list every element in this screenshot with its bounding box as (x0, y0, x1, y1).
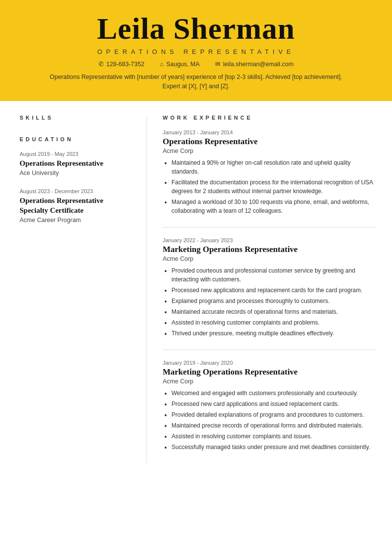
work-bullet-2-1: Processed new card applications and issu… (172, 400, 376, 408)
resume-body: SKILLS EDUCATION August 2019 - May 2023 … (0, 101, 392, 463)
work-bullet-1-2: Explained programs and processes thoroug… (172, 297, 376, 305)
work-bullet-2-5: Successfully managed tasks under pressur… (172, 443, 376, 452)
work-title-1: Marketing Operations Representative (163, 245, 376, 254)
edu-degree-1: Operations Representative Specialty Cert… (20, 196, 133, 215)
skills-heading: SKILLS (20, 115, 133, 121)
education-item-0: August 2019 - May 2023 Operations Repres… (20, 151, 133, 177)
work-bullet-2-4: Assisted in resolving customer complaint… (172, 432, 376, 441)
work-company-2: Acme Corp (163, 378, 376, 385)
work-date-1: January 2022 - January 2023 (163, 237, 376, 243)
divider-1 (163, 227, 376, 227)
location-info: ⌂ Saugus, MA (160, 60, 200, 68)
phone-icon: ✆ (98, 60, 104, 68)
candidate-name: Leila Sherman (20, 12, 372, 45)
work-bullet-2-3: Maintained precise records of operationa… (172, 421, 376, 430)
edu-school-0: Ace University (20, 170, 133, 176)
email-address: leila.sherman@email.com (223, 61, 294, 68)
work-item-1: January 2022 - January 2023 Marketing Op… (163, 237, 376, 338)
work-bullet-0-0: Maintained a 90% or higher on-call resol… (172, 158, 376, 176)
location-text: Saugus, MA (166, 61, 199, 68)
work-bullets-1: Provided courteous and professional cust… (163, 266, 376, 338)
left-column: SKILLS EDUCATION August 2019 - May 2023 … (0, 115, 147, 463)
edu-date-0: August 2019 - May 2023 (20, 151, 133, 157)
email-icon: ✉ (215, 60, 220, 68)
contact-info: ✆ 128-683-7352 ⌂ Saugus, MA ✉ leila.sher… (20, 60, 372, 68)
work-bullet-1-0: Provided courteous and professional cust… (172, 266, 376, 284)
location-icon: ⌂ (160, 61, 164, 68)
education-item-1: August 2023 - December 2023 Operations R… (20, 188, 133, 224)
work-bullet-1-3: Maintained accurate records of operation… (172, 307, 376, 316)
work-item-2: January 2019 - January 2020 Marketing Op… (163, 360, 376, 452)
resume-header: Leila Sherman Operations Representative … (0, 0, 392, 101)
work-bullet-2-0: Welcomed and engaged with customers prof… (172, 389, 376, 398)
work-company-1: Acme Corp (163, 255, 376, 262)
summary-text: Operations Representative with [number o… (49, 73, 343, 91)
work-date-0: January 2013 - January 2014 (163, 129, 376, 135)
edu-school-1: Acme Career Program (20, 217, 133, 224)
work-title-2: Marketing Operations Representative (163, 367, 376, 377)
work-bullet-1-5: Thrived under pressure, meeting multiple… (172, 329, 376, 338)
work-bullets-2: Welcomed and engaged with customers prof… (163, 389, 376, 452)
candidate-title: Operations Representative (20, 48, 372, 55)
work-title-0: Operations Representative (163, 137, 376, 147)
work-bullets-0: Maintained a 90% or higher on-call resol… (163, 158, 376, 215)
email-info: ✉ leila.sherman@email.com (215, 60, 294, 68)
work-bullet-0-2: Managed a workload of 30 to 100 requests… (172, 198, 376, 215)
education-heading: EDUCATION (20, 136, 133, 142)
work-company-0: Acme Corp (163, 148, 376, 154)
work-bullet-2-2: Provided detailed explanations of progra… (172, 410, 376, 419)
work-date-2: January 2019 - January 2020 (163, 360, 376, 366)
edu-date-1: August 2023 - December 2023 (20, 188, 133, 194)
work-bullet-1-1: Processed new applications and replaceme… (172, 286, 376, 295)
work-bullet-1-4: Assisted in resolving customer complaint… (172, 318, 376, 327)
phone-info: ✆ 128-683-7352 (98, 60, 145, 68)
phone-number: 128-683-7352 (106, 61, 145, 68)
work-item-0: January 2013 - January 2014 Operations R… (163, 129, 376, 215)
education-section: EDUCATION August 2019 - May 2023 Operati… (20, 136, 133, 224)
divider-2 (163, 350, 376, 350)
right-column: WORK EXPERIENCE January 2013 - January 2… (147, 115, 392, 463)
skills-section: SKILLS (20, 115, 133, 121)
work-experience-heading: WORK EXPERIENCE (163, 115, 376, 121)
work-bullet-0-1: Facilitated the documentation process fo… (172, 178, 376, 196)
edu-degree-0: Operations Representative (20, 159, 133, 169)
